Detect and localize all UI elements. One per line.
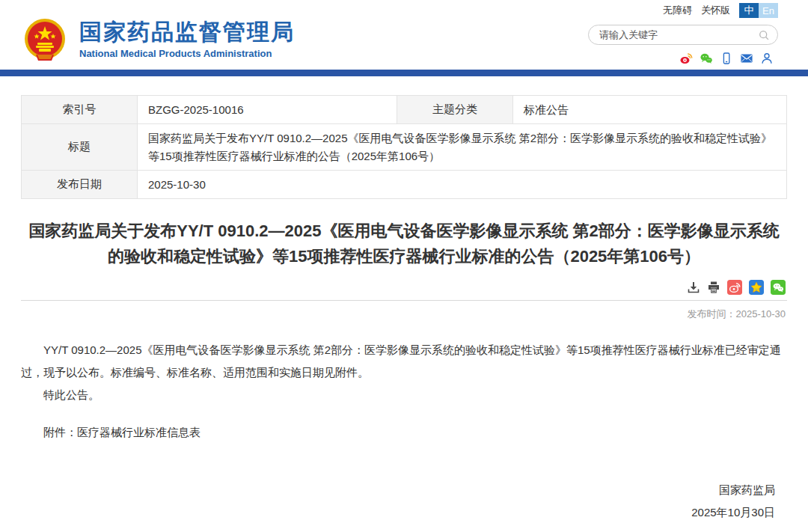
title-label: 标题 (22, 124, 138, 171)
top-links: 无障碍 关怀版 中 En (663, 3, 778, 18)
search-input[interactable] (599, 29, 758, 40)
topic-category-value: 标准公告 (513, 96, 787, 124)
accessibility-link[interactable]: 无障碍 (663, 4, 692, 17)
user-icon[interactable] (760, 52, 774, 65)
publish-time: 发布时间：2025-10-30 (21, 308, 787, 321)
site-header: 国家药品监督管理局 National Medical Products Admi… (0, 0, 808, 70)
download-icon[interactable] (687, 281, 700, 294)
search-icon[interactable] (758, 29, 770, 41)
nav-bar (0, 70, 808, 76)
weibo-icon[interactable] (679, 52, 693, 65)
article-toolbar (21, 280, 787, 295)
care-mode-link[interactable]: 关怀版 (701, 4, 730, 17)
divider (21, 300, 787, 301)
site-logo[interactable]: 国家药品监督管理局 National Medical Products Admi… (21, 9, 295, 70)
index-number-label: 索引号 (22, 96, 138, 124)
publish-date-label: 发布日期 (22, 170, 138, 198)
print-icon[interactable] (707, 281, 720, 294)
topic-category-label: 主题分类 (397, 96, 513, 124)
table-row: 标题 国家药监局关于发布YY/T 0910.2—2025《医用电气设备医学影像显… (22, 124, 787, 171)
publish-date-value: 2025-10-30 (138, 170, 787, 198)
lang-zh-button[interactable]: 中 (739, 3, 759, 18)
header-right: 无障碍 关怀版 中 En (579, 0, 778, 70)
publish-time-label: 发布时间： (688, 308, 736, 319)
paragraph: 特此公告。 (21, 384, 787, 406)
article-body: YY/T 0910.2—2025《医用电气设备医学影像显示系统 第2部分：医学影… (21, 339, 787, 406)
mail-icon[interactable] (740, 52, 753, 65)
paragraph: YY/T 0910.2—2025《医用电气设备医学影像显示系统 第2部分：医学影… (21, 339, 787, 384)
lang-en-button[interactable]: En (759, 3, 778, 18)
share-wechat-icon[interactable] (771, 280, 786, 295)
language-toggle: 中 En (739, 3, 778, 18)
site-title-block: 国家药品监督管理局 National Medical Products Admi… (79, 19, 295, 59)
wechat-icon[interactable] (700, 52, 713, 65)
signature-org: 国家药监局 (21, 479, 775, 501)
mobile-icon[interactable] (720, 52, 733, 65)
document-info-table: 索引号 BZGG-2025-10016 主题分类 标准公告 标题 国家药监局关于… (21, 95, 787, 199)
site-subtitle: National Medical Products Administration (79, 48, 295, 59)
site-title: 国家药品监督管理局 (79, 19, 295, 46)
title-value: 国家药监局关于发布YY/T 0910.2—2025《医用电气设备医学影像显示系统… (138, 124, 787, 171)
national-emblem-icon (21, 16, 69, 64)
signature-date: 2025年10月30日 (21, 501, 775, 524)
share-qzone-icon[interactable] (749, 280, 764, 295)
main-content: 索引号 BZGG-2025-10016 主题分类 标准公告 标题 国家药监局关于… (21, 95, 787, 532)
attachment-note: 附件：医疗器械行业标准信息表 (21, 426, 787, 440)
search-box (588, 25, 778, 45)
index-number-value: BZGG-2025-10016 (138, 96, 397, 124)
signature-block: 国家药监局 2025年10月30日 (21, 479, 787, 524)
page-title: 国家药监局关于发布YY/T 0910.2—2025《医用电气设备医学影像显示系统… (21, 218, 787, 269)
table-row: 发布日期 2025-10-30 (22, 170, 787, 198)
table-row: 索引号 BZGG-2025-10016 主题分类 标准公告 (22, 96, 787, 124)
share-weibo-icon[interactable] (727, 280, 742, 295)
social-icons (679, 52, 778, 65)
publish-time-value: 2025-10-30 (736, 308, 786, 319)
